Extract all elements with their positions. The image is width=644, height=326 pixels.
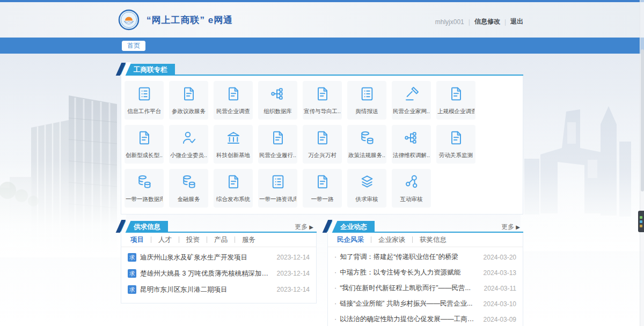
supply-item[interactable]: 求 迪庆州山泉水及矿泉水生产开发项目 2023-12-14 [121,249,316,265]
sub-tab[interactable]: 产品 [207,236,235,243]
modify-info-link[interactable]: 信息修改 [474,17,500,26]
tile-label: 信息工作平台 [126,108,163,115]
sub-tab[interactable]: 获奖信息 [412,236,453,243]
site-header: “网上工商联” e网通 mhlyjx001 | 信息修改 | 退出 [0,2,644,38]
panel-tile[interactable]: 供求审核 [347,169,386,208]
sub-tab[interactable]: 企业家谈 [371,236,412,243]
panel-tile[interactable]: 万企兴万村 [303,125,342,164]
panel-tile[interactable]: 小微企业委员... [169,125,208,164]
item-date: 2024-03-10 [484,300,516,308]
supply-more-link[interactable]: 更多 ▶ [295,223,313,232]
panel-tile[interactable]: 金融服务 [169,169,208,208]
news-more-link[interactable]: 更多 ▶ [501,223,520,232]
gavel-icon [402,85,421,103]
supply-body: 项目 人才 投资 产品 服务 求 迪庆州山泉水及矿泉水生产开发项目 2023-1… [121,233,317,303]
page-title: “网上工商联” e网通 [147,14,233,26]
panel-tile[interactable]: 创新型成长型... [125,125,164,164]
tile-label: 劳动关系监测 [437,152,474,159]
demand-badge: 求 [128,269,136,278]
tile-label: 舆情报送 [348,108,385,115]
sub-tab[interactable]: 投资 [179,236,207,243]
panel-tile[interactable]: 宣传与导向工... [303,81,342,120]
sub-tab[interactable]: 民企风采 [330,236,371,243]
panel-tile[interactable]: 政策法规服务... [347,125,386,164]
panel-tile[interactable]: 组织数据库 [258,81,297,120]
doc-icon [313,173,332,191]
main-nav-bar: 首页 [0,38,644,54]
sub-tab[interactable]: 人才 [151,236,179,243]
item-title: 中瑞方胜：以专注铸专长为人力资源赋能 [334,268,478,277]
widget-dot [640,216,642,219]
list-doc-icon [269,173,287,191]
section-title: 工商联专栏 [134,66,167,73]
panel-tile[interactable]: 一带一路资讯库 [258,169,297,208]
panel-tile[interactable]: 劳动关系监测 [436,125,475,164]
more-label: 更多 [295,223,308,232]
sub-tab-label: 项目 [130,236,144,243]
database-icon [180,173,198,191]
supply-item[interactable]: 求 楚雄州大姚县 3 万吨优质薄壳核桃精深加工及科... 2023-12-14 [121,265,316,281]
panel-tile[interactable]: 上规模企业调查 [436,81,475,120]
share-icon [402,173,421,191]
panel-tile[interactable]: 综合发布系统 [214,169,253,208]
sub-tab-label: 获奖信息 [420,236,447,243]
tile-label: 民营企业调查 [215,108,252,115]
news-body: 民企风采 企业家谈 获奖信息 知了背调：搭建起“传递职业信任”的桥梁 2024-… [327,233,523,326]
page-scrollbar[interactable] [640,0,644,326]
floating-sidebar-widget[interactable] [638,211,644,232]
section-title-tab: 工商联专栏 [121,64,175,76]
tile-label: 互动审核 [393,196,430,203]
news-tabs: 民企风采 企业家谈 获奖信息 [328,233,523,247]
item-title: 昆明市东川区东川港二期项目 [140,285,272,294]
logout-link[interactable]: 退出 [510,17,523,26]
item-date: 2023-12-14 [277,270,310,277]
demand-badge: 求 [128,285,136,294]
panel-tile[interactable]: 一带一路 [303,169,342,208]
news-item[interactable]: 中瑞方胜：以专注铸专长为人力资源赋能 2024-03-13 [328,265,523,280]
tile-label: 科技创新基地 [215,152,252,159]
tile-label: 一带一路资讯库 [259,196,296,203]
tile-label: 供求审核 [348,196,385,203]
item-title: “我们在新时代新征程上凯歌而行”——民营... [334,284,479,293]
panel-tile[interactable]: 民营企业调查 [214,81,253,120]
more-label: 更多 [501,223,514,232]
panel-tile[interactable]: 民营企业履行... [258,125,297,164]
panel-tile[interactable]: 科技创新基地 [214,125,253,164]
separator: | [469,18,470,26]
doc-icon [224,85,243,103]
federation-column-section: 工商联专栏 信息工作平台 参政议政服务 民营企业调查 组织数据库 宣传与导向工.… [121,64,523,214]
news-item[interactable]: 知了背调：搭建起“传递职业信任”的桥梁 2024-03-20 [328,249,523,265]
doc-icon [313,85,332,103]
panel-tile[interactable]: 一带一路数据库 [125,169,164,208]
scrollbar-thumb[interactable] [641,49,644,191]
news-item[interactable]: “我们在新时代新征程上凯歌而行”——民营... 2024-03-11 [328,280,523,296]
tile-label: 万企兴万村 [304,152,341,159]
sub-tab-label: 民企风采 [337,236,364,243]
news-item[interactable]: 以法治的确定性助力提信心促发展——工商联... 2024-03-09 [328,312,523,326]
item-date: 2024-03-13 [484,269,516,277]
bank-icon [224,129,243,147]
panel-tile[interactable]: 民营企业家网... [392,81,431,120]
panel-tile[interactable]: 舆情报送 [347,81,386,120]
section-title: 供求信息 [134,223,160,231]
panel-tile[interactable]: 互动审核 [392,169,431,208]
doc-icon [447,129,465,147]
tile-label: 组织数据库 [259,108,296,115]
news-item[interactable]: 链接“企业所能” 共助乡村振兴——民营企业... 2024-03-10 [328,296,523,312]
item-title: 以法治的确定性助力提信心促发展——工商联... [334,315,478,324]
tile-label: 创新型成长型... [126,152,163,159]
panel-tile[interactable]: 法律维权调解... [392,125,431,164]
panel-tile[interactable]: 信息工作平台 [125,81,164,120]
doc-icon [135,129,153,147]
home-tab[interactable]: 首页 [122,41,145,51]
sub-tab-label: 企业家谈 [378,236,405,243]
sub-tab[interactable]: 服务 [235,236,262,243]
database-icon [358,129,376,147]
demand-badge: 求 [128,253,136,262]
sub-tab[interactable]: 项目 [123,236,151,243]
item-date: 2024-03-09 [484,316,516,323]
federation-logo-icon [118,9,140,31]
org-chart-icon [269,85,287,103]
supply-item[interactable]: 求 昆明市东川区东川港二期项目 2023-12-14 [121,281,316,298]
panel-tile[interactable]: 参政议政服务 [169,81,208,120]
